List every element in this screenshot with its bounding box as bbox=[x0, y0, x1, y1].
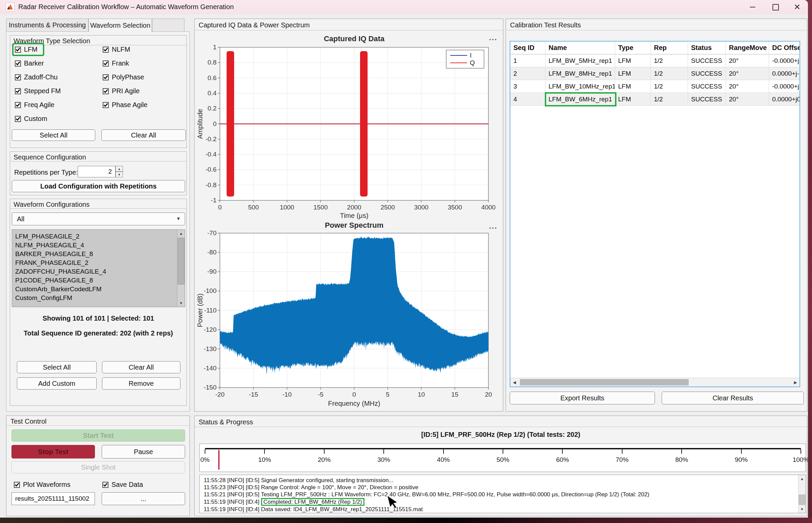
waveform-type-checkbox-custom[interactable]: Custom bbox=[15, 115, 47, 123]
table-row[interactable]: 3LFM_BW_10MHz_rep1LFM1/2SUCCESS20°-0.000… bbox=[510, 80, 800, 93]
annotation-green-box: Completed: LFM_BW_6MHz (Rep 1/2) bbox=[261, 498, 365, 506]
svg-text:Captured IQ Data: Captured IQ Data bbox=[324, 34, 385, 43]
save-data-checkbox[interactable]: Save Data bbox=[102, 481, 143, 489]
table-row[interactable]: 2LFM_BW_8MHz_rep1LFM1/2SUCCESS20°0.0000+… bbox=[510, 67, 800, 80]
svg-text:-120: -120 bbox=[204, 326, 217, 333]
waveform-type-checkbox-freq-agile[interactable]: Freq Agile bbox=[15, 101, 54, 109]
stepper-down-icon[interactable]: ▼ bbox=[115, 172, 123, 177]
config-filter-dropdown[interactable]: All ▼ bbox=[12, 213, 185, 226]
plot-waveforms-checkbox[interactable]: Plot Waveforms bbox=[14, 481, 70, 489]
waveform-type-checkbox-frank[interactable]: Frank bbox=[103, 59, 129, 67]
tab-waveform-selection[interactable]: Waveform Selection bbox=[89, 19, 152, 32]
table-cell: 1/2 bbox=[651, 54, 688, 67]
svg-text:-140: -140 bbox=[204, 364, 217, 372]
maximize-button[interactable] bbox=[765, 0, 786, 14]
svg-text:0.2: 0.2 bbox=[208, 105, 217, 112]
svg-text:20: 20 bbox=[485, 391, 492, 398]
iq-spectrum-panel: Captured IQ Data & Power Spectrum ••• 05… bbox=[194, 19, 503, 412]
add-custom-button[interactable]: Add Custom bbox=[17, 377, 97, 390]
svg-text:-10: -10 bbox=[282, 391, 292, 398]
single-shot-button[interactable]: Single Shot bbox=[12, 461, 185, 473]
scroll-up-icon[interactable]: ▲ bbox=[177, 230, 185, 237]
axes-toolbar-icon[interactable]: ••• bbox=[489, 225, 498, 231]
waveform-type-checkbox-zadoff-chu[interactable]: Zadoff-Chu bbox=[15, 73, 58, 81]
scroll-left-icon[interactable]: ◀ bbox=[510, 378, 518, 386]
load-configuration-button[interactable]: Load Configuration with Repetitions bbox=[12, 180, 185, 192]
waveform-type-checkbox-pri-agile[interactable]: PRI Agile bbox=[103, 87, 140, 95]
pause-button[interactable]: Pause bbox=[102, 445, 185, 458]
table-cell: 1 bbox=[510, 54, 546, 67]
configs-select-all-button[interactable]: Select All bbox=[17, 361, 97, 373]
log-line: 11:55:14 [INFO] [ID:4] Processing captur… bbox=[200, 513, 806, 513]
checkbox-label: Phase Agile bbox=[112, 101, 148, 109]
close-button[interactable]: ✕ bbox=[786, 0, 808, 14]
start-test-button[interactable]: Start Test bbox=[12, 429, 185, 441]
scroll-right-icon[interactable]: ▶ bbox=[791, 378, 799, 386]
configs-clear-all-button[interactable]: Clear All bbox=[102, 361, 180, 373]
table-cell: LFM_BW_8MHz_rep1 bbox=[546, 67, 615, 80]
waveform-type-checkbox-nlfm[interactable]: NLFM bbox=[103, 46, 130, 53]
list-item[interactable]: NLFM_PHASEAGILE_4 bbox=[12, 241, 185, 250]
stop-test-button[interactable]: Stop Test bbox=[12, 445, 95, 458]
list-item[interactable]: Custom_ConfigLFM bbox=[12, 294, 185, 302]
types-select-all-button[interactable]: Select All bbox=[12, 129, 95, 141]
svg-text:2000: 2000 bbox=[347, 204, 361, 211]
results-table-body: Seq IDNameTypeRepStatusRangeMoveDC Offse… bbox=[510, 41, 799, 106]
log-line: 11:55:23 [INFO] [ID:5] Range Control: An… bbox=[200, 484, 806, 491]
remove-button[interactable]: Remove bbox=[102, 377, 180, 390]
test-control-panel: Test Control Start Test Stop Test Pause … bbox=[6, 416, 190, 516]
checkbox-label: Plot Waveforms bbox=[23, 481, 70, 489]
list-item[interactable]: LFM_PHASEAGILE_2 bbox=[12, 232, 185, 241]
stepper-up-icon[interactable]: ▲ bbox=[115, 166, 123, 172]
list-item[interactable]: P1CODE_PHASEAGILE_8 bbox=[12, 276, 185, 285]
waveform-type-checkbox-barker[interactable]: Barker bbox=[15, 59, 44, 67]
waveform-type-checkbox-phase-agile[interactable]: Phase Agile bbox=[103, 101, 148, 109]
list-item[interactable]: BARKER_PHASEAGILE_8 bbox=[12, 250, 185, 258]
clear-results-button[interactable]: Clear Results bbox=[662, 392, 804, 404]
panel-title: Test Control bbox=[11, 418, 47, 425]
list-scrollbar-thumb[interactable] bbox=[178, 238, 184, 285]
svg-text:-0.4: -0.4 bbox=[205, 151, 217, 158]
list-item[interactable]: CustomArb_BarkerCodedLFM bbox=[12, 285, 185, 294]
table-row[interactable]: 4LFM_BW_6MHz_rep1LFM1/2SUCCESS20°0.0000+… bbox=[510, 93, 800, 106]
browse-button[interactable]: ... bbox=[102, 492, 185, 505]
svg-text:2500: 2500 bbox=[381, 204, 395, 211]
log-scrollbar[interactable]: ▲ ▼ bbox=[798, 475, 806, 513]
list-item[interactable]: FRANK_PHASEAGILE_2 bbox=[12, 258, 185, 267]
scroll-down-icon[interactable]: ▼ bbox=[798, 505, 806, 513]
table-row[interactable]: 1LFM_BW_5MHz_rep1LFM1/2SUCCESS20°-0.0000… bbox=[510, 54, 800, 67]
app-icon bbox=[5, 2, 15, 12]
checkbox-icon bbox=[15, 116, 21, 122]
minimize-button[interactable] bbox=[742, 0, 763, 14]
list-scrollbar[interactable]: ▲ ▼ bbox=[177, 230, 185, 307]
status-log[interactable]: 11:55:28 [INFO] [ID:5] Signal Generator … bbox=[199, 475, 806, 513]
table-cell: 1/2 bbox=[651, 67, 688, 80]
hscroll-thumb[interactable] bbox=[520, 379, 689, 385]
checkbox-icon bbox=[14, 482, 20, 488]
progress-tick bbox=[562, 449, 563, 454]
types-clear-all-button[interactable]: Clear All bbox=[102, 129, 186, 141]
export-results-button[interactable]: Export Results bbox=[510, 392, 655, 404]
scroll-up-icon[interactable]: ▲ bbox=[798, 475, 806, 483]
waveform-type-checkbox-stepped-fm[interactable]: Stepped FM bbox=[15, 87, 61, 95]
list-item[interactable]: ZADOFFCHU_PHASEAGILE_4 bbox=[12, 267, 185, 276]
results-filename-input[interactable]: results_20251111_115002 bbox=[12, 492, 95, 505]
tab-instruments-processing[interactable]: Instruments & Processing bbox=[6, 19, 89, 32]
results-table[interactable]: Seq IDNameTypeRepStatusRangeMoveDC Offse… bbox=[510, 41, 800, 387]
axes-toolbar-icon[interactable]: ••• bbox=[489, 36, 498, 42]
power-spectrum-chart: -20-15-10-505101520-150-140-130-120-110-… bbox=[195, 222, 503, 412]
waveform-configurations-group: Waveform Configurations All ▼ LFM_PHASEA… bbox=[10, 199, 187, 406]
log-scrollbar-thumb[interactable] bbox=[799, 494, 805, 505]
scroll-down-icon[interactable]: ▼ bbox=[177, 299, 185, 307]
config-total-summary: Total Sequence ID generated: 202 (with 2… bbox=[10, 329, 186, 337]
repetitions-input[interactable]: 2 bbox=[78, 166, 115, 177]
waveform-type-checkbox-lfm[interactable]: LFM bbox=[14, 44, 43, 55]
svg-text:-0.2: -0.2 bbox=[205, 136, 217, 143]
repetitions-stepper[interactable]: ▲ ▼ bbox=[115, 166, 123, 177]
waveform-type-checkbox-polyphase[interactable]: PolyPhase bbox=[103, 73, 144, 81]
config-listbox[interactable]: LFM_PHASEAGILE_2NLFM_PHASEAGILE_4BARKER_… bbox=[12, 229, 185, 307]
progress-tick bbox=[264, 449, 265, 454]
progress-tick bbox=[800, 449, 801, 454]
table-horizontal-scrollbar[interactable]: ◀ ▶ bbox=[510, 378, 799, 386]
table-cell: LFM_BW_5MHz_rep1 bbox=[546, 54, 615, 67]
